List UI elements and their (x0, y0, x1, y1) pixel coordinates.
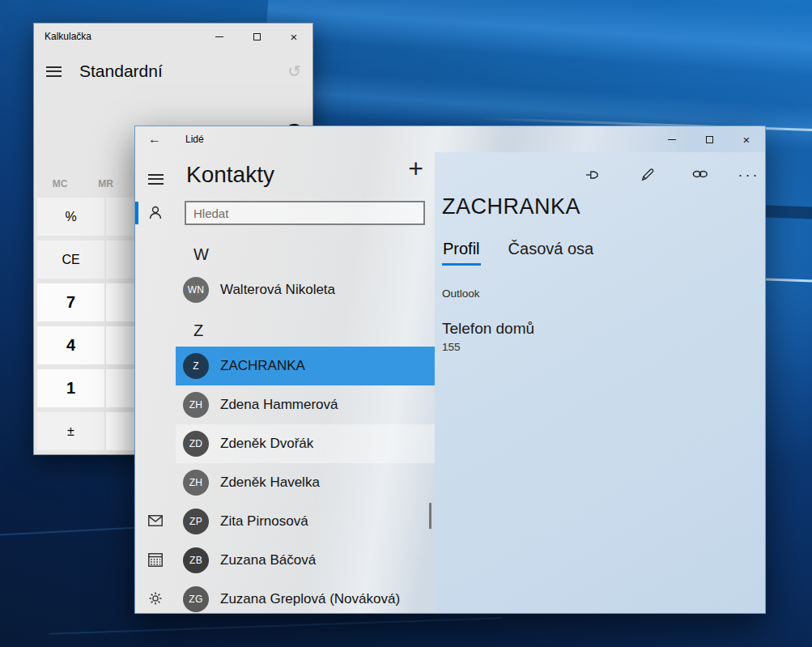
edit-pencil-icon (640, 167, 655, 185)
calc-mode-title: Standardní (79, 62, 287, 81)
contact-row-zden-k-dvo-k[interactable]: ZDZdeněk Dvořák (176, 424, 435, 463)
contacts-heading: Kontakty (186, 162, 274, 188)
calc-memory-button-mc[interactable]: MC (37, 174, 83, 194)
wallpaper-light-streak (49, 617, 502, 635)
nav-item-mail[interactable] (135, 507, 176, 534)
contact-name: Zita Pirnosová (220, 513, 308, 530)
account-label: Outlook (442, 287, 480, 300)
calc-button-4[interactable]: 4 (37, 326, 104, 364)
calculator-titlebar[interactable]: Kalkulačka × (34, 23, 312, 49)
contact-name: Zdeněk Dvořák (220, 436, 313, 452)
link-button[interactable] (691, 167, 709, 185)
contact-name: Walterová Nikoleta (220, 282, 335, 298)
people-maximize-button[interactable] (691, 126, 728, 152)
add-contact-button[interactable]: + (408, 155, 423, 181)
link-icon (691, 168, 709, 183)
people-window-title: Lidé (185, 134, 653, 145)
people-close-button[interactable]: × (728, 126, 765, 152)
contact-row-zden-k-havelka[interactable]: ZHZdeněk Havelka (176, 463, 435, 502)
calc-button-1[interactable]: 1 (37, 369, 104, 407)
nav-item-settings[interactable] (135, 585, 176, 612)
contact-detail-name: ZACHRANKA (442, 194, 580, 219)
maximize-icon (253, 33, 261, 40)
tab-casova-osa[interactable]: Časová osa (508, 240, 595, 266)
contacts-pane: Kontakty + WWNWalterová NikoletaZZZACHRA… (176, 152, 435, 614)
person-icon (147, 205, 164, 221)
contact-row-walterov-nikoleta[interactable]: WNWalterová Nikoleta (176, 270, 435, 309)
people-menu-hamburger-icon[interactable] (135, 165, 176, 193)
more-button[interactable]: ··· (740, 167, 758, 185)
more-ellipsis-icon: ··· (738, 172, 760, 178)
minimize-icon (668, 139, 676, 140)
gear-icon (148, 591, 163, 606)
detail-tabs: Profil Časová osa (442, 240, 594, 266)
close-icon: × (291, 31, 298, 43)
pin-button[interactable] (584, 167, 602, 185)
nav-item-contacts[interactable] (135, 199, 176, 227)
contact-row-zuzana-greplov-nov-kov-[interactable]: ZGZuzana Greplová (Nováková) (176, 580, 435, 614)
search-input[interactable] (185, 201, 425, 225)
contact-row-zuzana-b-ov-[interactable]: ZBZuzana Báčová (176, 541, 435, 580)
people-window: ← Lidé × (134, 126, 766, 614)
maximize-icon (706, 136, 713, 143)
contact-name: Zdena Hammerová (220, 397, 338, 413)
list-scrollbar[interactable] (429, 503, 432, 529)
contact-detail-pane: ··· ZACHRANKA Profil Časová osa Outlook … (435, 152, 766, 614)
desktop-wallpaper: Kalkulačka × Standardní ↺ 0 MCMRM+M−MSM˅… (0, 0, 812, 647)
tab-profil[interactable]: Profil (442, 240, 481, 266)
group-letter-W[interactable]: W (176, 233, 435, 270)
avatar: Z (183, 353, 209, 379)
back-arrow-icon[interactable]: ← (148, 133, 161, 146)
avatar: ZH (183, 392, 209, 418)
contact-row-zachranka[interactable]: ZZACHRANKA (176, 347, 435, 385)
calc-button-±[interactable]: ± (37, 412, 104, 450)
contact-name: Zuzana Báčová (220, 552, 316, 568)
close-icon: × (743, 134, 750, 146)
calendar-icon (148, 552, 163, 567)
avatar: ZP (183, 509, 209, 534)
people-titlebar[interactable]: ← Lidé × (135, 126, 765, 152)
pin-icon (585, 167, 601, 185)
avatar: WN (183, 277, 209, 303)
contact-row-zita-pirnosov-[interactable]: ZPZita Pirnosová (176, 502, 435, 541)
wallpaper-beam (266, 0, 812, 79)
avatar: ZH (183, 470, 209, 496)
minimize-icon (215, 36, 223, 37)
avatar: ZG (183, 586, 209, 612)
history-icon[interactable]: ↺ (287, 63, 301, 79)
contact-name: Zuzana Greplová (Nováková) (220, 591, 400, 607)
contact-row-zdena-hammerov-[interactable]: ZHZdena Hammerová (176, 385, 435, 424)
contact-name: ZACHRANKA (220, 358, 305, 374)
nav-item-calendar[interactable] (135, 546, 176, 573)
people-minimize-button[interactable] (653, 126, 691, 152)
contact-name: Zdeněk Havelka (220, 475, 320, 491)
contact-list: WWNWalterová NikoletaZZZACHRANKAZHZdena … (176, 233, 435, 614)
calc-memory-button-mr[interactable]: MR (83, 174, 128, 194)
calc-maximize-button[interactable] (238, 23, 275, 49)
group-letter-Z[interactable]: Z (176, 309, 435, 347)
field-value-phone-home[interactable]: 155 (442, 341, 461, 353)
calc-close-button[interactable]: × (275, 23, 312, 49)
calc-menu-hamburger-icon[interactable] (46, 66, 62, 77)
nav-rail (135, 152, 176, 614)
calc-button-7[interactable]: 7 (37, 283, 104, 321)
calc-minimize-button[interactable] (201, 23, 238, 49)
avatar: ZD (183, 431, 209, 457)
avatar: ZB (183, 547, 209, 573)
calc-button-%[interactable]: % (37, 198, 104, 236)
field-label-phone-home: Telefon domů (442, 320, 534, 338)
calculator-window-title: Kalkulačka (34, 31, 201, 42)
calc-button-CE[interactable]: CE (37, 240, 104, 279)
edit-button[interactable] (638, 167, 656, 185)
mail-icon (148, 515, 163, 526)
